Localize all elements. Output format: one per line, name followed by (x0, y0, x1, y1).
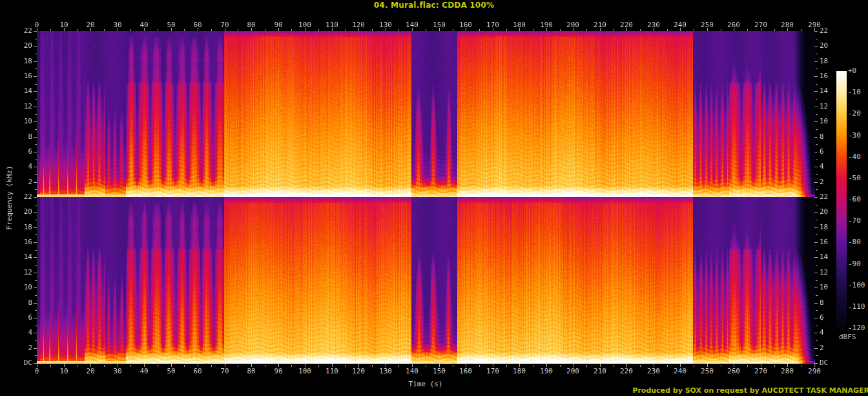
axis-tick (667, 29, 668, 31)
axis-tick (640, 365, 641, 367)
axis-tick (34, 31, 37, 32)
axis-tick (816, 234, 818, 235)
axis-tick (35, 129, 37, 130)
axis-tick (814, 212, 818, 213)
spectrogram-panel-left-channel (37, 31, 815, 197)
freq-tick-label: 20 (820, 42, 828, 50)
axis-tick (34, 76, 37, 77)
time-tick-label: 170 (486, 21, 499, 29)
freq-tick-label: 20 (24, 42, 32, 50)
axis-tick (640, 29, 641, 31)
time-tick-label: 170 (486, 368, 499, 375)
axis-tick (814, 137, 818, 138)
axis-tick (35, 326, 37, 326)
footer-credit: Produced by SOX on request by AUCDTECT T… (632, 386, 868, 395)
freq-tick-label: 2 (820, 344, 824, 352)
db-tick-label: -10 (848, 89, 861, 96)
axis-tick (816, 265, 818, 266)
yaxis-title: Frequency (kHz) (5, 165, 14, 229)
freq-tick-label: 16 (820, 72, 828, 80)
time-tick-label: 60 (193, 21, 202, 29)
freq-tick-label: 10 (24, 118, 32, 125)
axis-tick (814, 318, 818, 318)
db-tick-label: -120 (848, 324, 865, 332)
freq-tick-label: 6 (28, 314, 32, 322)
spectrogram-panel-right-channel (37, 197, 815, 363)
axis-tick (774, 29, 775, 31)
axis-tick (104, 29, 105, 31)
axis-tick (372, 365, 373, 367)
freq-tick-label: 22 (24, 193, 32, 201)
time-tick-label: 130 (379, 368, 392, 375)
axis-tick (34, 182, 37, 183)
axis-tick (814, 333, 818, 333)
time-tick-label: 50 (167, 21, 175, 29)
axis-tick (814, 31, 818, 32)
axis-tick (533, 29, 533, 31)
axis-tick (34, 242, 37, 243)
axis-tick (694, 29, 694, 31)
axis-tick (34, 333, 37, 333)
db-tick-label: -40 (848, 153, 861, 161)
freq-tick-label: 8 (28, 299, 32, 307)
freq-tick-label: 4 (820, 163, 824, 171)
time-tick-label: 140 (406, 21, 418, 29)
freq-tick-label: 8 (820, 299, 824, 307)
axis-tick (814, 76, 818, 77)
time-tick-label: 230 (647, 21, 660, 29)
axis-tick (814, 257, 818, 258)
time-tick-label: 10 (59, 368, 68, 375)
axis-tick (479, 29, 480, 31)
axis-tick (533, 365, 533, 367)
axis-tick (345, 29, 346, 31)
axis-tick (35, 144, 37, 145)
time-tick-label: 200 (566, 368, 579, 375)
axis-tick (35, 174, 37, 175)
freq-tick-label: 14 (820, 87, 828, 95)
time-tick-label: 240 (674, 368, 687, 375)
axis-tick (774, 365, 775, 367)
axis-tick (814, 287, 818, 288)
freq-tick-label: 6 (820, 314, 824, 322)
axis-tick (453, 365, 453, 367)
axis-tick (184, 29, 185, 31)
axis-tick (560, 29, 561, 31)
time-tick-label: 30 (113, 21, 121, 29)
time-tick-label: 180 (513, 21, 526, 29)
time-tick-label: 150 (433, 368, 446, 375)
time-tick-label: 280 (781, 21, 794, 29)
time-tick-label: 220 (620, 368, 633, 375)
time-tick-label: 120 (352, 368, 365, 375)
axis-tick (816, 129, 818, 130)
freq-tick-label: 22 (820, 27, 828, 35)
db-tick-label: -90 (848, 260, 861, 268)
freq-tick-label: 4 (820, 329, 824, 337)
axis-tick (35, 310, 37, 311)
axis-tick (814, 121, 818, 122)
axis-tick (398, 29, 399, 31)
axis-tick (453, 29, 453, 31)
axis-tick (398, 365, 399, 367)
time-tick-label: 0 (35, 368, 39, 375)
colorbar-unit-label: dBFS (839, 333, 856, 341)
axis-tick (265, 365, 265, 367)
time-tick-label: 50 (167, 368, 175, 375)
axis-tick (35, 340, 37, 341)
axis-tick (426, 365, 426, 367)
db-tick-label: -80 (848, 238, 861, 246)
time-tick-label: 290 (808, 21, 821, 29)
db-tick-label: -30 (848, 132, 861, 140)
axis-tick (50, 365, 51, 367)
axis-tick (34, 137, 37, 138)
axis-tick (35, 220, 37, 220)
axis-tick (506, 29, 507, 31)
axis-tick (35, 160, 37, 160)
freq-tick-label: 12 (24, 269, 32, 276)
axis-tick (801, 365, 801, 367)
axis-tick (814, 303, 818, 304)
axis-tick (35, 234, 37, 235)
freq-tick-label: 18 (820, 57, 828, 65)
axis-tick (816, 54, 818, 54)
time-tick-label: 210 (594, 21, 606, 29)
time-tick-label: 70 (220, 368, 229, 375)
